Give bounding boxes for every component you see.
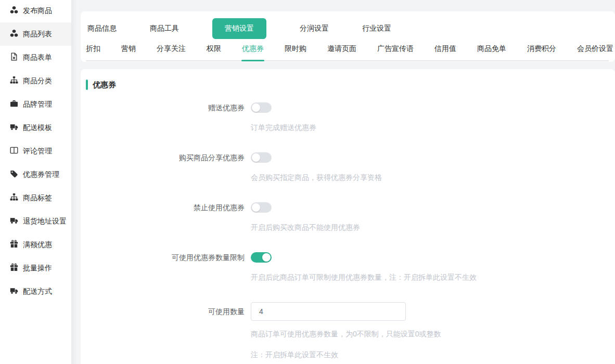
forbid-coupon-label: 禁止使用优惠券 (81, 202, 251, 213)
forbid-coupon-help: 开启后购买改商品不能使用优惠券 (251, 222, 615, 232)
forbid-coupon-toggle[interactable] (251, 202, 272, 213)
sidebar-item-label: 发布商品 (23, 6, 52, 16)
briefcase-icon (10, 99, 18, 109)
sidebar-item-product-tags[interactable]: 商品标签 (0, 186, 71, 210)
subtab-product-free-order[interactable]: 商品免单 (477, 41, 506, 60)
sidebar: 发布商品 商品列表 商品表单 商品分类 品牌管理 配送模板 评论管理 优惠券管 (0, 0, 71, 364)
gift-coupon-toggle[interactable] (251, 102, 272, 113)
sitemap-icon (10, 76, 18, 86)
form-row-coupon-limit: 可使用优惠券数量限制 开启后此商品订单可限制使用优惠券数量，注：开启拆单此设置不… (81, 252, 615, 282)
sidebar-item-brand-management[interactable]: 品牌管理 (0, 93, 71, 116)
secondary-tabs: 折扣 营销 分享关注 权限 优惠券 限时购 邀请页面 广告宣传语 信用值 商品免… (86, 41, 609, 61)
buy-share-coupon-help: 会员购买指定商品，获得优惠券分享资格 (251, 172, 615, 183)
columns-icon (10, 146, 18, 156)
gift-coupon-help: 订单完成赠送优惠券 (251, 122, 615, 133)
sidebar-item-label: 品牌管理 (23, 100, 52, 109)
sidebar-item-product-form[interactable]: 商品表单 (0, 46, 71, 69)
file-icon (10, 53, 18, 62)
panel-title: 优惠券 (93, 80, 116, 90)
sidebar-scrollbar[interactable] (71, 0, 79, 364)
sidebar-item-label: 商品列表 (23, 30, 52, 39)
sidebar-item-label: 配送方式 (23, 287, 52, 296)
cubes-icon (10, 6, 18, 16)
form-row-forbid-coupon: 禁止使用优惠券 开启后购买改商品不能使用优惠券 (81, 202, 615, 232)
panel-header: 优惠券 (86, 80, 615, 90)
tag-icon (10, 170, 18, 179)
truck-icon (10, 216, 18, 226)
sidebar-item-label: 商品表单 (23, 53, 52, 62)
buy-share-coupon-toggle[interactable] (251, 152, 272, 163)
tab-profit-sharing-settings[interactable]: 分润设置 (300, 24, 329, 33)
tabs-card: 商品信息 商品工具 营销设置 分润设置 行业设置 折扣 营销 分享关注 权限 优… (81, 11, 615, 62)
buy-share-coupon-label: 购买商品分享优惠券 (81, 152, 251, 163)
subtab-coupon[interactable]: 优惠券 (242, 41, 264, 60)
subtab-member-price-settings[interactable]: 会员价设置 (577, 41, 613, 60)
sidebar-item-product-category[interactable]: 商品分类 (0, 69, 71, 93)
sidebar-item-delivery-method[interactable]: 配送方式 (0, 280, 71, 303)
coupon-limit-label: 可使用优惠券数量限制 (81, 252, 251, 263)
sidebar-item-batch-operations[interactable]: 批量操作 (0, 256, 71, 280)
sidebar-item-coupon-management[interactable]: 优惠券管理 (0, 163, 71, 186)
sidebar-item-label: 评论管理 (23, 147, 52, 156)
sidebar-item-label: 优惠券管理 (23, 170, 59, 179)
usable-quantity-note: 注：开启拆单此设置不生效 (251, 349, 615, 360)
form-row-gift-coupon: 赠送优惠券 订单完成赠送优惠券 (81, 102, 615, 133)
tab-industry-settings[interactable]: 行业设置 (362, 24, 391, 33)
sidebar-item-label: 退货地址设置 (23, 217, 67, 226)
form-row-buy-share-coupon: 购买商品分享优惠券 会员购买指定商品，获得优惠券分享资格 (81, 152, 615, 183)
subtab-flash-sale[interactable]: 限时购 (285, 41, 306, 60)
sidebar-item-review-management[interactable]: 评论管理 (0, 139, 71, 163)
accent-bar (86, 80, 88, 90)
subtab-discount[interactable]: 折扣 (86, 41, 100, 60)
subtab-credit-value[interactable]: 信用值 (434, 41, 456, 60)
subtab-marketing[interactable]: 营销 (121, 41, 136, 60)
tab-marketing-settings[interactable]: 营销设置 (212, 18, 266, 39)
sidebar-item-label: 商品分类 (23, 76, 52, 86)
sitemap-icon (10, 193, 18, 203)
tab-product-info[interactable]: 商品信息 (87, 24, 117, 33)
sidebar-item-label: 商品标签 (23, 193, 52, 203)
gift-coupon-label: 赠送优惠券 (81, 102, 251, 113)
sidebar-item-publish-product[interactable]: 发布商品 (0, 0, 71, 22)
subtab-ad-slogan[interactable]: 广告宣传语 (377, 41, 414, 60)
usable-quantity-input[interactable] (251, 302, 406, 321)
usable-quantity-help: 商品订单可使用优惠券数量，为0不限制，只能设置0或整数 (251, 329, 615, 339)
usable-quantity-label: 可使用数量 (81, 302, 251, 321)
subtab-invite-page[interactable]: 邀请页面 (327, 41, 356, 60)
subtab-permissions[interactable]: 权限 (207, 41, 221, 60)
primary-tabs: 商品信息 商品工具 营销设置 分润设置 行业设置 (81, 11, 615, 41)
gift-icon (10, 240, 18, 250)
sidebar-item-label: 满额优惠 (23, 240, 52, 250)
gift-icon (10, 263, 18, 273)
coupon-settings-panel: 优惠券 赠送优惠券 订单完成赠送优惠券 购买商品分享优惠券 会员购买指定商品，获… (81, 69, 615, 364)
sidebar-item-full-amount-discount[interactable]: 满额优惠 (0, 233, 71, 256)
sidebar-item-product-list[interactable]: 商品列表 (0, 22, 71, 46)
tab-product-tools[interactable]: 商品工具 (150, 24, 179, 33)
subtab-consumption-points[interactable]: 消费积分 (527, 41, 556, 60)
sidebar-item-return-address-settings[interactable]: 退货地址设置 (0, 210, 71, 233)
truck-icon (10, 287, 18, 296)
form-row-usable-quantity: 可使用数量 商品订单可使用优惠券数量，为0不限制，只能设置0或整数 注：开启拆单… (81, 302, 615, 360)
truck-icon (10, 123, 18, 133)
subtab-share-follow[interactable]: 分享关注 (157, 41, 186, 60)
sidebar-item-label: 批量操作 (23, 264, 52, 273)
coupon-limit-help: 开启后此商品订单可限制使用优惠券数量，注：开启拆单此设置不生效 (251, 272, 615, 282)
coupon-limit-toggle[interactable] (251, 252, 272, 263)
sidebar-item-label: 配送模板 (23, 123, 52, 133)
coupon-form: 赠送优惠券 订单完成赠送优惠券 购买商品分享优惠券 会员购买指定商品，获得优惠券… (81, 102, 615, 360)
sidebar-item-delivery-template[interactable]: 配送模板 (0, 116, 71, 139)
cubes-icon (10, 29, 18, 39)
